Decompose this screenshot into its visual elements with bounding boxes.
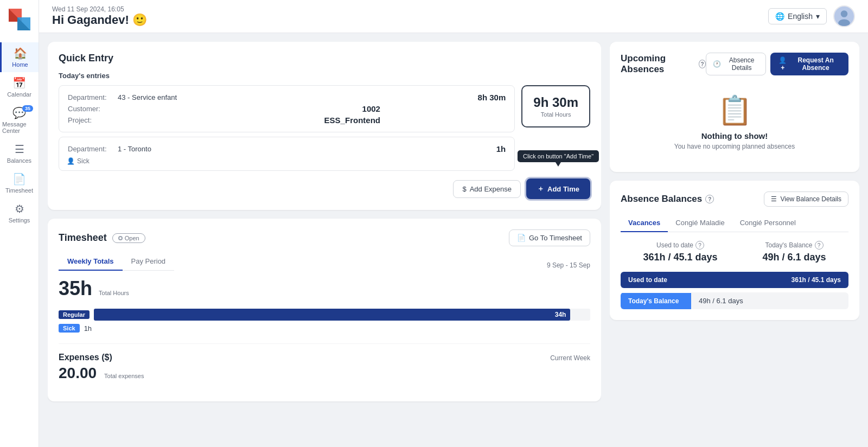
- entries-list: Department: 43 - Service enfant 8h 30m C…: [59, 85, 515, 171]
- balance-tab-vacances[interactable]: Vacances: [621, 214, 668, 232]
- dept-label: Department:: [68, 144, 117, 154]
- info-today[interactable]: ?: [815, 241, 824, 250]
- main-wrapper: Wed 11 Sep 2024, 16:05 Hi Gagandev! 🙂 🌐 …: [39, 0, 868, 447]
- clipboard-icon: 📋: [621, 94, 848, 127]
- sidebar-item-label: Home: [12, 61, 28, 68]
- message-badge: 35: [22, 105, 33, 112]
- document-icon: 📄: [517, 234, 526, 242]
- used-to-date-value: 361h / 45.1 days: [643, 252, 717, 263]
- quick-entry-card: Quick Entry Today's entries Department: …: [48, 42, 601, 210]
- sidebar-item-balances[interactable]: ☰ Balances: [0, 138, 39, 168]
- user-avatar[interactable]: [833, 5, 855, 27]
- today-balance-label: Today's Balance ?: [762, 241, 826, 250]
- customer-value: 1002: [118, 104, 380, 114]
- total-time: 9h 30m: [533, 95, 578, 110]
- balance-summary: Used to date ? 361h / 45.1 days Today's …: [621, 241, 848, 263]
- sidebar: 🏠 Home 📅 Calendar 💬 35 Message Center ☰ …: [0, 0, 39, 447]
- timesheet-title: Timesheet: [59, 232, 107, 244]
- language-selector[interactable]: 🌐 English ▾: [768, 8, 827, 24]
- bar-used-label: Used to date: [621, 272, 691, 288]
- bar-today-label: Today's Balance: [621, 293, 691, 309]
- list-icon: ☰: [771, 195, 777, 203]
- tab-pay-period[interactable]: Pay Period: [123, 253, 175, 271]
- sidebar-item-message-center[interactable]: 💬 35 Message Center: [0, 102, 39, 138]
- topbar: Wed 11 Sep 2024, 16:05 Hi Gagandev! 🙂 🌐 …: [39, 0, 868, 33]
- request-absence-button[interactable]: 👤+ Request An Absence: [770, 53, 848, 75]
- absence-balances-card: Absence Balances ? ☰ View Balance Detail…: [610, 181, 859, 320]
- today-balance-stat: Today's Balance ? 49h / 6.1 days: [762, 241, 826, 263]
- project-value: ESS_Frontend: [118, 115, 380, 125]
- view-balance-details-button[interactable]: ☰ View Balance Details: [764, 191, 848, 207]
- expenses-header: Expenses ($) Current Week: [59, 353, 590, 362]
- tab-weekly-totals[interactable]: Weekly Totals: [59, 253, 123, 271]
- info-icon[interactable]: ?: [699, 60, 706, 68]
- expenses-amount-row: 20.00 Total expenses: [59, 365, 590, 382]
- chevron-down-icon: ▾: [816, 12, 820, 21]
- absence-balances-header: Absence Balances ? ☰ View Balance Detail…: [621, 191, 848, 207]
- sidebar-item-label: Calendar: [7, 91, 31, 98]
- sidebar-item-label: Balances: [7, 157, 31, 164]
- used-to-date-stat: Used to date ? 361h / 45.1 days: [643, 241, 717, 263]
- todays-entries-label: Today's entries: [59, 72, 590, 80]
- expenses-amount: 20.00: [59, 365, 97, 382]
- empty-title: Nothing to show!: [621, 131, 848, 141]
- add-expense-button[interactable]: $ Add Expense: [453, 180, 521, 198]
- quick-entry-title: Quick Entry: [59, 53, 590, 64]
- sidebar-item-timesheet[interactable]: 📄 Timesheet: [0, 168, 39, 198]
- sick-pill: Sick: [59, 324, 80, 333]
- balances-icon: ☰: [15, 143, 24, 156]
- status-badge: Open: [112, 233, 145, 243]
- today-balance-bar: Today's Balance 49h / 6.1 days: [621, 292, 848, 309]
- topbar-date: Wed 11 Sep 2024, 16:05: [52, 5, 147, 13]
- today-balance-value: 49h / 6.1 days: [762, 252, 826, 263]
- left-column: Quick Entry Today's entries Department: …: [48, 42, 601, 438]
- balance-tab-congie-personnel[interactable]: Congié Personnel: [732, 214, 803, 232]
- expenses-section: Expenses ($) Current Week 20.00 Total ex…: [59, 343, 590, 382]
- upcoming-absences-title: Upcoming Absences ?: [621, 53, 706, 75]
- sidebar-item-label: Message Center: [2, 121, 36, 134]
- total-label: Total Hours: [533, 111, 578, 118]
- sidebar-item-label: Settings: [9, 217, 30, 224]
- add-time-wrapper: Click on button "Add Time" ＋ Add Time: [526, 178, 590, 199]
- sick-label: 👤 Sick: [67, 157, 507, 165]
- expenses-title: Expenses ($): [59, 353, 112, 362]
- absence-details-button[interactable]: 🕐 Absence Details: [706, 53, 766, 75]
- plus-icon: ＋: [537, 184, 544, 194]
- sidebar-item-settings[interactable]: ⚙ Settings: [0, 198, 39, 228]
- timesheet-icon: 📄: [12, 173, 26, 186]
- total-hours: 35h: [59, 277, 92, 300]
- absence-balances-title: Absence Balances ?: [621, 194, 714, 205]
- info-icon-balances[interactable]: ?: [705, 195, 714, 203]
- project-label: Project:: [68, 115, 117, 125]
- balance-tab-congie-maladie[interactable]: Congié Maladie: [668, 214, 732, 232]
- info-used[interactable]: ?: [695, 241, 704, 250]
- sick-row: Sick 1h: [59, 324, 590, 333]
- sidebar-item-calendar[interactable]: 📅 Calendar: [0, 72, 39, 102]
- calendar-icon: 📅: [12, 76, 26, 90]
- empty-desc: You have no upcoming planned absences: [621, 143, 848, 150]
- regular-label: Regular: [59, 310, 90, 319]
- go-to-timesheet-button[interactable]: 📄 Go To Timesheet: [509, 229, 590, 246]
- app-logo[interactable]: [5, 5, 34, 34]
- expenses-period: Current Week: [550, 354, 590, 362]
- bar-fill-wrapper: 34h: [94, 309, 590, 321]
- language-label: English: [788, 12, 813, 21]
- settings-icon: ⚙: [15, 202, 24, 215]
- right-column: Upcoming Absences ? 🕐 Absence Details 👤+…: [610, 42, 859, 438]
- sidebar-item-home[interactable]: 🏠 Home: [0, 42, 39, 72]
- entries-section: Department: 43 - Service enfant 8h 30m C…: [59, 85, 590, 171]
- entry-hours: 8h 30m: [381, 92, 506, 103]
- home-icon: 🏠: [14, 47, 27, 60]
- expenses-label: Total expenses: [104, 373, 144, 379]
- regular-bar-fill: 34h: [94, 309, 570, 321]
- topbar-greeting: Hi Gagandev! 🙂: [52, 13, 147, 27]
- sidebar-item-label: Timesheet: [5, 187, 33, 194]
- total-hours-box: 9h 30m Total Hours: [521, 85, 590, 127]
- globe-icon: 🌐: [775, 12, 784, 21]
- used-to-date-bar: Used to date 361h / 45.1 days: [621, 272, 848, 288]
- sick-hours: 1h: [84, 324, 92, 333]
- svg-point-1: [841, 10, 848, 17]
- topbar-right: 🌐 English ▾: [768, 5, 855, 27]
- tabs-date-row: Weekly Totals Pay Period 9 Sep - 15 Sep: [59, 253, 590, 277]
- add-time-button[interactable]: ＋ Add Time: [526, 178, 590, 199]
